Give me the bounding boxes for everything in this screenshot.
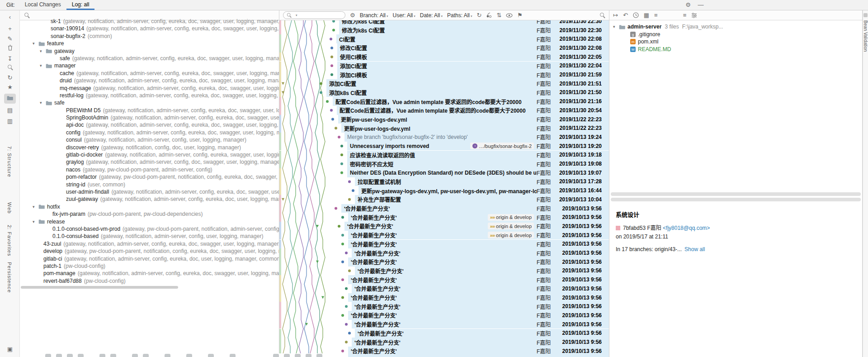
commit-row[interactable]: 更新pw-user-logs-dev.ymlF嘉阳2019/11/22 22:2… [279,115,609,124]
changed-file-row[interactable]: mpom.xml [609,38,862,46]
changed-files-root-row[interactable]: ▾admin-server3 filesF:\java_worksp... [609,23,862,31]
tab-local-changes[interactable]: Local Changes [19,0,66,10]
tab-log-all[interactable]: Log: all [66,0,95,10]
search-history-caret-icon[interactable]: ▾ [296,14,297,17]
paths-filter[interactable]: Paths: All▾ [447,12,472,19]
board-icon[interactable]: ▤ [0,106,20,114]
clipped-toolbar-icon[interactable] [306,354,311,357]
settings-gear-icon[interactable]: ⚙ [684,1,692,9]
branch-tree-row[interactable]: gitlab-ci-docker(gateway, notification, … [20,151,279,158]
clipped-toolbar-icon[interactable] [143,354,149,357]
branch-tree-row[interactable]: ▾feature [20,40,279,47]
branch-tree-row[interactable]: patch-1(pw-cloud-config) [20,262,279,270]
intellisort-icon[interactable]: ⇅ [496,12,501,19]
branch-filter[interactable]: Branch: All▾ [360,12,388,19]
delete-icon[interactable] [0,45,20,53]
branch-tree-row[interactable]: ▾manager [20,62,279,69]
commit-row[interactable]: '合并最新生产分支'F嘉阳2019/10/13 9:56 [279,293,609,302]
branch-tree-row[interactable]: PBEWithM D5(gateway, notification, admin… [20,107,279,114]
flatten-list-icon[interactable]: ≡ [654,12,658,19]
expand-arrow-icon[interactable]: ▾ [33,40,38,47]
toolwindow-stripe-icon[interactable] [863,13,868,17]
commit-row[interactable]: 修改CI配置F嘉阳2019/11/30 22:08 [279,43,609,52]
commit-row[interactable]: '合并最新生产分支'F嘉阳2019/10/13 9:56 [279,275,609,284]
branch-tree-row[interactable]: graylog(gateway, notification, admin-ser… [20,158,279,166]
clipped-toolbar-icon[interactable] [67,354,73,357]
branch-tree-row[interactable]: zuul-gateway(gateway, notification, admi… [20,195,279,203]
branch-tree-row[interactable]: sonar-190914(gateway, notification, admi… [20,25,279,32]
commit-row[interactable]: '合并最新生产分支'F嘉阳2019/10/13 9:56 [279,284,609,293]
branch-tree-row[interactable]: 0.1.0-consul-based(gateway, notification… [20,233,279,240]
branch-tree-row[interactable]: revert-baf67d88(pw-cloud-config) [20,277,279,285]
branch-tree-row[interactable]: cache(gateway, notification, admin-serve… [20,70,279,77]
commit-row[interactable]: '合并最新生产分支'F嘉阳2019/10/13 9:56 [279,329,609,338]
commit-row[interactable]: 应该检查从流读取返回的值F嘉阳2019/10/13 19:18 [279,151,609,160]
clipped-toolbar-icon[interactable] [56,354,62,357]
clipped-toolbar-icon[interactable] [132,354,138,357]
clipped-toolbar-icon[interactable] [45,354,51,357]
branch-tree-row[interactable]: safe(gateway, notification, admin-server… [20,55,279,62]
branch-tree-row[interactable]: consul(gateway, notification, admin-serv… [20,136,279,143]
commit-row[interactable]: Unnecessary imports removed›…/bugfix/son… [279,142,609,151]
branch-tree-row[interactable]: 0.1.0-consol-based-vm-prod(gateway, pw-c… [20,225,279,233]
search-options-gear-icon[interactable]: ⚙ [350,12,355,19]
commit-row[interactable]: 添加k8s CI配置F嘉阳2019/11/30 21:50 [279,88,609,97]
commit-email-link[interactable]: <fjy8018@qq.com> [663,225,710,231]
structure-toolwindow-button[interactable]: 7: Structure [7,146,12,177]
back-icon[interactable]: ‹ [0,13,20,21]
clipped-toolbar-icon[interactable] [284,354,290,357]
splitter-handle[interactable] [611,192,861,196]
refresh-log-icon[interactable]: ↻ [477,12,482,19]
commit-row[interactable]: 修改为k8s CI配置F嘉阳2019/11/30 22:30 [279,26,609,35]
commit-row[interactable]: 使用CI模板F嘉阳2019/11/30 22:05 [279,52,609,62]
commit-row[interactable]: 添加CI配置F嘉阳2019/11/30 21:51 [279,79,609,88]
commit-row[interactable]: Merge branch 'bugfix/sonar-bugfix-2' int… [279,133,609,142]
clipped-toolbar-icon[interactable] [230,354,236,357]
branch-tree-row[interactable]: ▾hotfix [20,203,279,210]
commit-row[interactable]: 添加CI配置F嘉阳2019/11/30 22:04 [279,62,609,71]
find-in-log-icon[interactable] [599,12,605,18]
commit-row[interactable]: '合并最新生产分支'»»origin & developF嘉阳2019/10/1… [279,222,609,231]
branch-tree-row[interactable]: user-admin-findall(gateway, notification… [20,188,279,195]
commit-row[interactable]: 添加CI模板F嘉阳2019/11/30 21:59 [279,70,609,79]
commit-row[interactable]: '合并最新生产分支'F嘉阳2019/10/13 9:56 [279,311,609,320]
user-filter[interactable]: User: All▾ [393,12,415,19]
commit-row[interactable]: '合并最新生产分支'F嘉阳2019/10/13 9:56 [279,267,609,276]
commit-row[interactable]: 更新pw-user-logs-dev.ymlF嘉阳2019/11/22 22:2… [279,124,609,133]
expand-arrow-icon[interactable]: ▾ [40,99,46,106]
board2-icon[interactable]: ▥ [0,117,20,125]
branch-tree-row[interactable]: sk-1(gateway, notification, admin-server… [20,18,279,25]
commit-row[interactable]: '合并最新生产分支'»»origin & developF嘉阳2019/10/1… [279,213,609,222]
branch-tree-row[interactable]: ▾release [20,218,279,225]
view-options-icon[interactable] [691,13,697,18]
group-by-icon[interactable]: ▦ [644,12,649,19]
branch-tree-row[interactable]: api-doc(gateway, notification, admin-ser… [20,121,279,129]
commit-row[interactable]: '合并最新生产分支'F嘉阳2019/10/13 9:56 [279,204,609,213]
commit-row[interactable]: 配置Code后置过滤器，Vue admin template 要求返回的code… [279,97,609,106]
add-icon[interactable]: + [0,25,20,33]
jump-to-source-icon[interactable]: ↦ [613,12,618,19]
align-icon[interactable]: ≡ [683,12,687,19]
commit-row[interactable]: 修改为k8s CI配置F嘉阳2019/11/30 22:30 [279,20,609,26]
highlight-flag-icon[interactable]: ⚑ [517,12,523,19]
clipped-toolbar-icon[interactable] [295,354,301,357]
commit-row[interactable]: 密码密钥不应太短F嘉阳2019/10/13 19:08 [279,159,609,168]
date-filter[interactable]: Date: All▾ [420,12,443,19]
show-all-link[interactable]: Show all [684,246,705,252]
commit-row[interactable]: 更新pw-gateway-logs-dev.yml, pw-user-logs-… [279,186,609,195]
commit-row[interactable]: '合并最新生产分支'F嘉阳2019/10/13 9:56 [279,257,609,267]
web-toolwindow-button[interactable]: Web [7,202,12,214]
cherry-pick-icon[interactable] [486,12,492,18]
commit-row[interactable]: '合并最新生产分支'F嘉阳2019/10/13 9:56 [279,302,609,311]
ref-badge[interactable]: ›…/bugfix/sonar-bugfix-2 [470,143,534,149]
branch-tree-row[interactable]: discover-retry(gateway, notification, co… [20,144,279,151]
scrollbar-thumb[interactable] [21,286,178,289]
commit-row[interactable]: Neither DES (Data Encryption Standard) n… [279,168,609,177]
commit-row[interactable]: '合并最新生产分支'F嘉阳2019/10/13 9:56 [279,320,609,329]
persistence-toolwindow-button[interactable]: Persistence [7,262,12,293]
branch-tree-row[interactable]: sonar-bugfix-2(common) [20,33,279,40]
star-icon[interactable]: ★ [0,83,20,91]
branch-tree-row[interactable]: ▾gateway [20,48,279,55]
show-details-eye-icon[interactable] [506,13,513,18]
branch-tree-row[interactable]: druid(gateway, notification, admin-serve… [20,77,279,84]
